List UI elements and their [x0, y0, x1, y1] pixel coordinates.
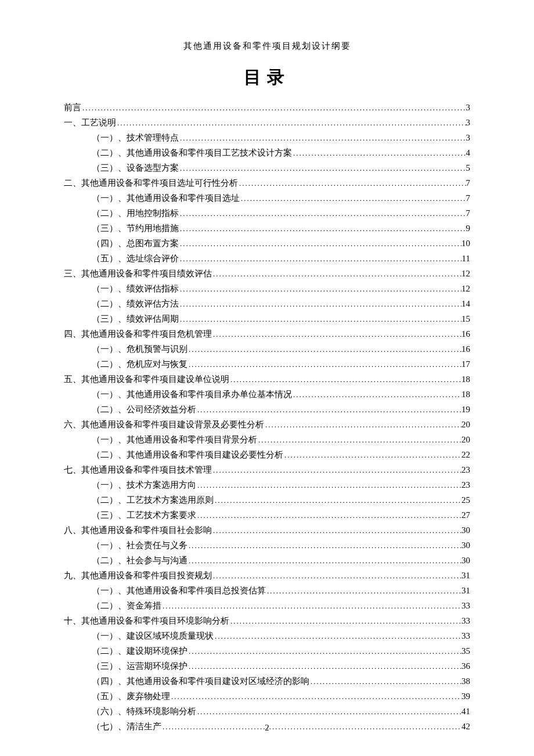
toc-leader-dots: [179, 300, 461, 308]
toc-entry: （一）、技术方案选用方向23: [64, 477, 470, 492]
toc-leader-dots: [179, 164, 466, 172]
toc-leader-dots: [292, 391, 461, 398]
toc-leader-dots: [309, 678, 461, 685]
toc-entry: 九、其他通用设备和零件项目投资规划31: [64, 568, 470, 583]
toc-entry-page: 33: [461, 617, 470, 625]
toc-entry-page: 15: [461, 315, 470, 323]
toc-entry: 前言3: [64, 100, 470, 115]
toc-leader-dots: [196, 708, 461, 715]
toc-entry-label: （二）、其他通用设备和零件项目建设必要性分析: [92, 451, 283, 459]
toc-leader-dots: [187, 557, 461, 564]
toc-title: 目录: [64, 66, 470, 89]
toc-entry: （三）、工艺技术方案要求27: [64, 507, 470, 523]
toc-leader-dots: [161, 602, 461, 610]
toc-entry-page: 23: [461, 466, 470, 474]
toc-entry-page: 14: [461, 300, 470, 308]
toc-leader-dots: [187, 663, 461, 670]
toc-entry: （二）、公司经济效益分析19: [64, 402, 470, 417]
toc-entry-page: 19: [461, 405, 470, 414]
toc-entry-page: 7: [466, 209, 471, 218]
toc-leader-dots: [266, 587, 461, 595]
toc-leader-dots: [240, 195, 466, 202]
toc-entry-page: 27: [461, 511, 470, 520]
toc-entry: 二、其他通用设备和零件项目选址可行性分析7: [64, 175, 470, 190]
toc-leader-dots: [257, 436, 461, 444]
toc-entry-label: 一、工艺说明: [64, 118, 116, 127]
toc-entry-page: 35: [461, 647, 470, 656]
toc-leader-dots: [238, 179, 466, 187]
toc-entry: （四）、总图布置方案10: [64, 236, 470, 251]
toc-entry-label: （四）、其他通用设备和零件项目建设对区域经济的影响: [92, 677, 309, 686]
toc-entry: （二）、工艺技术方案选用原则25: [64, 492, 470, 507]
toc-entry: （三）、节约用地措施9: [64, 221, 470, 236]
toc-entry-label: （二）、建设期环境保护: [92, 647, 187, 656]
toc-entry-label: （一）、社会责任与义务: [92, 541, 187, 550]
toc-entry-label: （二）、其他通用设备和零件项目工艺技术设计方案: [92, 149, 292, 157]
toc-entry-label: 三、其他通用设备和零件项目绩效评估: [64, 269, 212, 278]
toc-entry-page: 36: [461, 662, 470, 671]
toc-leader-dots: [212, 270, 461, 278]
toc-entry-label: （一）、技术管理特点: [92, 134, 179, 142]
toc-entry: （三）、运营期环境保护36: [64, 658, 470, 674]
toc-leader-dots: [187, 361, 461, 368]
toc-leader-dots: [283, 451, 461, 459]
table-of-contents: 前言3一、工艺说明3（一）、技术管理特点3（二）、其他通用设备和零件项目工艺技术…: [64, 100, 470, 734]
toc-entry: （一）、其他通用设备和零件项目承办单位基本情况18: [64, 387, 470, 402]
toc-entry-page: 16: [461, 330, 470, 339]
toc-entry: （一）、其他通用设备和零件项目总投资估算31: [64, 583, 470, 598]
toc-entry-page: 30: [461, 526, 470, 535]
toc-entry-page: 3: [466, 103, 471, 112]
toc-leader-dots: [116, 119, 466, 127]
toc-leader-dots: [196, 512, 461, 519]
toc-entry-label: （二）、社会参与与沟通: [92, 556, 187, 565]
toc-entry-label: （一）、绩效评估指标: [92, 285, 179, 293]
toc-entry: （二）、绩效评估方法14: [64, 296, 470, 311]
toc-entry: （六）、特殊环境影响分析41: [64, 704, 470, 719]
toc-entry-label: （二）、工艺技术方案选用原则: [92, 496, 214, 505]
toc-entry-label: （五）、选址综合评价: [92, 254, 179, 263]
toc-entry-page: 30: [461, 541, 470, 550]
toc-entry-page: 41: [461, 707, 470, 716]
toc-leader-dots: [212, 466, 461, 474]
toc-entry-label: （五）、废弃物处理: [92, 692, 170, 701]
toc-entry: （二）、其他通用设备和零件项目工艺技术设计方案4: [64, 145, 470, 160]
toc-entry-page: 33: [461, 632, 470, 640]
toc-entry-page: 18: [461, 375, 470, 384]
toc-leader-dots: [229, 617, 461, 625]
toc-entry: （三）、设备选型方案5: [64, 160, 470, 175]
toc-entry-label: （一）、其他通用设备和零件项目选址: [92, 194, 240, 203]
toc-entry-page: 4: [466, 149, 471, 157]
toc-entry-label: （一）、其他通用设备和零件项目承办单位基本情况: [92, 390, 292, 399]
toc-entry: （二）、其他通用设备和零件项目建设必要性分析22: [64, 447, 470, 462]
toc-entry: （二）、危机应对与恢复17: [64, 357, 470, 372]
toc-entry-page: 7: [466, 194, 471, 203]
toc-entry-page: 17: [461, 360, 470, 369]
toc-leader-dots: [179, 134, 466, 142]
toc-entry-label: （三）、设备选型方案: [92, 164, 179, 172]
toc-entry: 十、其他通用设备和零件项目环境影响分析33: [64, 613, 470, 628]
toc-entry: （一）、危机预警与识别16: [64, 341, 470, 357]
toc-entry-page: 31: [461, 586, 470, 595]
toc-entry-page: 39: [461, 692, 470, 701]
toc-entry-label: （一）、建设区域环境质量现状: [92, 632, 214, 640]
toc-entry: 八、其他通用设备和零件项目社会影响30: [64, 523, 470, 538]
toc-leader-dots: [229, 376, 461, 383]
toc-leader-dots: [187, 345, 461, 353]
toc-leader-dots: [179, 240, 461, 247]
toc-leader-dots: [264, 421, 461, 429]
toc-entry-label: 七、其他通用设备和零件项目技术管理: [64, 466, 212, 474]
toc-leader-dots: [170, 693, 461, 700]
toc-leader-dots: [81, 104, 466, 111]
toc-entry-page: 30: [461, 556, 470, 565]
toc-entry-label: （四）、总图布置方案: [92, 239, 179, 248]
toc-entry-page: 18: [461, 390, 470, 399]
toc-entry-label: （三）、工艺技术方案要求: [92, 511, 196, 520]
toc-entry: 三、其他通用设备和零件项目绩效评估12: [64, 266, 470, 281]
toc-entry: 六、其他通用设备和零件项目建设背景及必要性分析20: [64, 417, 470, 432]
toc-leader-dots: [179, 255, 462, 262]
toc-entry-page: 20: [461, 420, 470, 429]
toc-entry-page: 23: [461, 481, 470, 489]
toc-entry-label: 六、其他通用设备和零件项目建设背景及必要性分析: [64, 420, 264, 429]
toc-leader-dots: [179, 225, 466, 232]
toc-entry-label: （三）、节约用地措施: [92, 224, 179, 233]
